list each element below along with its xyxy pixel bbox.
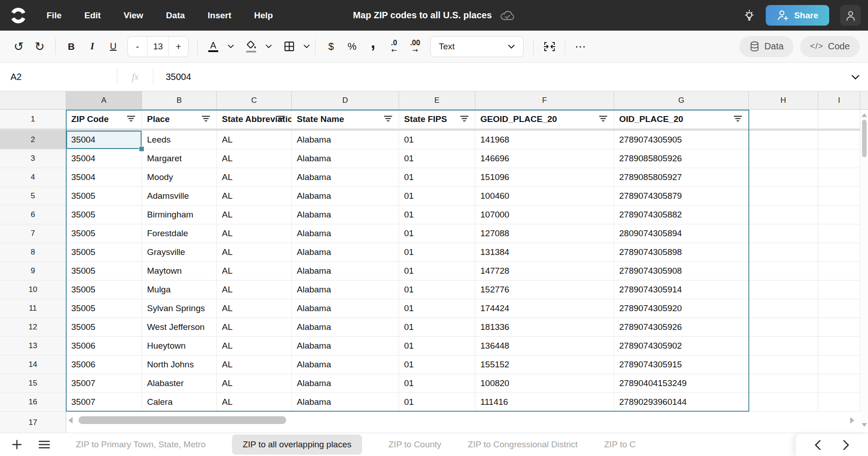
cell-F11[interactable]: 174424 xyxy=(475,299,614,318)
cell-E5[interactable]: 01 xyxy=(399,187,475,206)
cell-B16[interactable]: Calera xyxy=(142,393,217,412)
cell-H2[interactable] xyxy=(749,131,818,149)
chevron-left-icon[interactable] xyxy=(814,440,821,451)
cell-E6[interactable]: 01 xyxy=(399,206,475,224)
cell-H3[interactable] xyxy=(749,149,818,168)
increase-decimal-button[interactable]: .00 → xyxy=(405,36,426,57)
cell-I8[interactable] xyxy=(818,243,860,262)
cell-I12[interactable] xyxy=(818,318,860,337)
add-sheet-button[interactable] xyxy=(6,434,27,455)
cell-H8[interactable] xyxy=(749,243,818,262)
row-number-13[interactable]: 13 xyxy=(0,337,66,355)
cell-E3[interactable]: 01 xyxy=(399,149,475,168)
scroll-down-arrow-icon[interactable] xyxy=(862,423,867,427)
cell-B7[interactable]: Forestdale xyxy=(142,224,217,243)
cell-A13[interactable]: 35006 xyxy=(66,337,142,355)
cell-C4[interactable]: AL xyxy=(217,168,292,187)
decrease-font-button[interactable]: - xyxy=(128,37,147,57)
share-button[interactable]: Share xyxy=(766,5,829,26)
idea-icon[interactable] xyxy=(744,9,755,22)
cell-C6[interactable]: AL xyxy=(217,206,292,224)
cell-I2[interactable] xyxy=(818,131,860,149)
decrease-decimal-button[interactable]: .0 ← xyxy=(384,36,405,57)
cell-E4[interactable]: 01 xyxy=(399,168,475,187)
cell-C2[interactable]: AL xyxy=(217,131,292,149)
undo-button[interactable]: ↺ xyxy=(8,36,29,57)
cell-C12[interactable]: AL xyxy=(217,318,292,337)
cell-D9[interactable]: Alabama xyxy=(292,262,399,281)
cell-A16[interactable]: 35007 xyxy=(66,393,142,412)
row-number-1[interactable]: 1 xyxy=(0,110,66,129)
cell-E14[interactable]: 01 xyxy=(399,355,475,374)
column-header-H[interactable]: H xyxy=(749,91,818,109)
cell-G6[interactable]: 2789074305882 xyxy=(614,206,749,224)
sheet-tab-4[interactable]: ZIP to Congressional District xyxy=(468,440,578,450)
cell-H10[interactable] xyxy=(749,281,818,299)
row-number-11[interactable]: 11 xyxy=(0,299,66,318)
cell-F16[interactable]: 111416 xyxy=(475,393,614,412)
cell-reference-box[interactable]: A2 xyxy=(0,72,117,82)
document-title[interactable]: Map ZIP codes to all U.S. places xyxy=(353,10,492,21)
row-number-8[interactable]: 8 xyxy=(0,243,66,262)
menu-file[interactable]: File xyxy=(47,11,62,21)
cell-C9[interactable]: AL xyxy=(217,262,292,281)
cell-G16[interactable]: 27890293960144 xyxy=(614,393,749,412)
cell-I5[interactable] xyxy=(818,187,860,206)
percent-format-button[interactable]: % xyxy=(342,36,363,57)
filter-icon[interactable] xyxy=(460,115,469,122)
font-size-value[interactable]: 13 xyxy=(147,37,169,57)
cell-F14[interactable]: 155152 xyxy=(475,355,614,374)
cell-H1[interactable] xyxy=(749,110,818,129)
cell-C15[interactable]: AL xyxy=(217,374,292,393)
underline-button[interactable]: U xyxy=(103,36,124,57)
chevron-down-icon[interactable] xyxy=(303,44,310,48)
cell-B6[interactable]: Birmingham xyxy=(142,206,217,224)
cell-E16[interactable]: 01 xyxy=(399,393,475,412)
cell-H5[interactable] xyxy=(749,187,818,206)
cell-D12[interactable]: Alabama xyxy=(292,318,399,337)
header-cell-G1[interactable]: OID_PLACE_20 xyxy=(614,110,749,129)
cell-D10[interactable]: Alabama xyxy=(292,281,399,299)
horizontal-scrollbar[interactable] xyxy=(68,416,854,424)
cell-I15[interactable] xyxy=(818,374,860,393)
filter-icon[interactable] xyxy=(599,115,608,122)
cell-F7[interactable]: 127088 xyxy=(475,224,614,243)
cell-D5[interactable]: Alabama xyxy=(292,187,399,206)
menu-insert[interactable]: Insert xyxy=(208,11,231,21)
fill-color-button[interactable] xyxy=(241,36,262,57)
cell-C13[interactable]: AL xyxy=(217,337,292,355)
header-cell-B1[interactable]: Place xyxy=(142,110,217,129)
sheet-tab-5[interactable]: ZIP to C xyxy=(604,440,636,450)
row-number-16[interactable]: 16 xyxy=(0,393,66,412)
cell-I14[interactable] xyxy=(818,355,860,374)
cell-C16[interactable]: AL xyxy=(217,393,292,412)
cell-H16[interactable] xyxy=(749,393,818,412)
horizontal-scrollbar-thumb[interactable] xyxy=(79,416,286,424)
column-header-G[interactable]: G xyxy=(614,91,749,109)
header-cell-A1[interactable]: ZIP Code xyxy=(66,110,142,129)
cell-F15[interactable]: 100820 xyxy=(475,374,614,393)
cell-B10[interactable]: Mulga xyxy=(142,281,217,299)
cell-C3[interactable]: AL xyxy=(217,149,292,168)
cell-B14[interactable]: North Johns xyxy=(142,355,217,374)
cell-D2[interactable]: Alabama xyxy=(292,131,399,149)
cell-F10[interactable]: 152776 xyxy=(475,281,614,299)
sheet-tab-1[interactable]: ZIP to Primary Town, State, Metro xyxy=(76,440,205,450)
cell-I1[interactable] xyxy=(818,110,860,129)
cell-C8[interactable]: AL xyxy=(217,243,292,262)
cell-D13[interactable]: Alabama xyxy=(292,337,399,355)
row-number-3[interactable]: 3 xyxy=(0,149,66,168)
cell-C7[interactable]: AL xyxy=(217,224,292,243)
cell-C10[interactable]: AL xyxy=(217,281,292,299)
account-button[interactable] xyxy=(840,5,861,26)
cell-E11[interactable]: 01 xyxy=(399,299,475,318)
row-number-17[interactable]: 17 xyxy=(0,412,66,433)
rows-logo-icon[interactable] xyxy=(9,6,27,25)
cell-A12[interactable]: 35005 xyxy=(66,318,142,337)
borders-button[interactable] xyxy=(279,36,300,57)
cell-E15[interactable]: 01 xyxy=(399,374,475,393)
menu-edit[interactable]: Edit xyxy=(84,11,101,21)
filter-icon[interactable] xyxy=(201,115,210,122)
cell-C11[interactable]: AL xyxy=(217,299,292,318)
formula-input[interactable]: 35004 xyxy=(153,72,191,82)
